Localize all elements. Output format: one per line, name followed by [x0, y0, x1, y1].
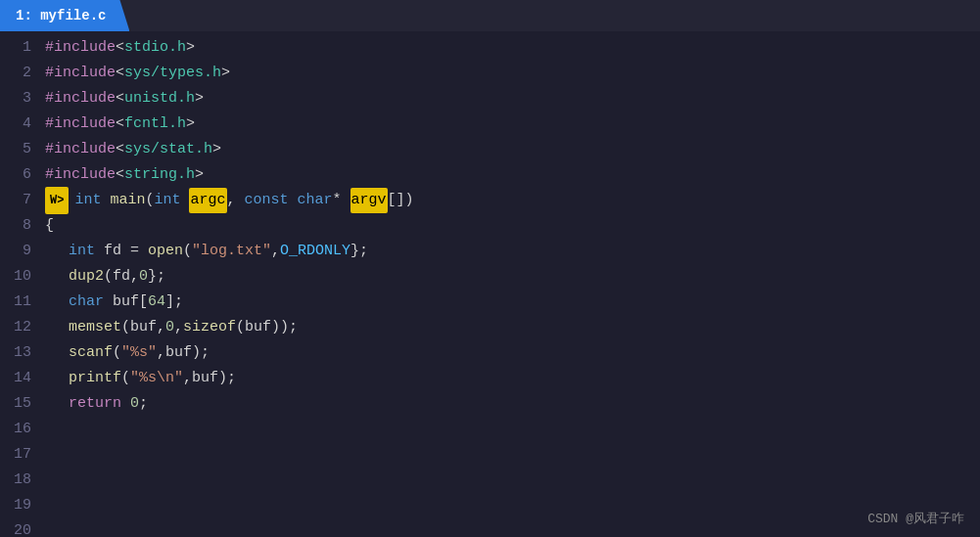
line-number: 20 [0, 518, 31, 537]
token: #include [45, 35, 116, 61]
line-number: 5 [0, 137, 31, 162]
token: ( [183, 239, 192, 264]
line-number: 15 [0, 391, 31, 417]
token: stdio.h [124, 35, 186, 61]
line-number: 19 [0, 493, 31, 518]
token: > [186, 112, 195, 137]
tab-filename: myfile.c [40, 8, 106, 23]
code-content: #include<stdio.h>#include<sys/types.h>#i… [41, 31, 980, 537]
code-line: #include<string.h> [45, 162, 980, 188]
token: #include [45, 86, 116, 112]
file-tab[interactable]: 1: myfile.c [0, 0, 129, 31]
token: string.h [124, 162, 195, 188]
token: < [116, 86, 124, 112]
token: dup2 [69, 264, 104, 290]
token: printf [69, 366, 121, 391]
line-number: 11 [0, 290, 31, 315]
token [121, 391, 130, 417]
line-number: 3 [0, 86, 31, 112]
token: ,buf); [183, 366, 236, 391]
token: < [116, 61, 124, 86]
code-line: memset(buf,0,sizeof(buf)); [45, 315, 980, 340]
code-area: 1234567891011121314151617181920 #include… [0, 31, 980, 537]
line-number: 13 [0, 340, 31, 366]
code-line: #include<unistd.h> [45, 86, 980, 112]
token: > [212, 137, 221, 162]
code-line: #include<sys/stat.h> [45, 137, 980, 162]
token: ( [121, 366, 130, 391]
token: > [186, 35, 195, 61]
token: > [195, 86, 204, 112]
code-line: dup2(fd,0}; [45, 264, 980, 290]
code-line [45, 442, 980, 468]
token: < [116, 162, 124, 188]
token: buf[ [104, 290, 148, 315]
tab-bar: 1: myfile.c [0, 0, 980, 31]
token: ; [139, 391, 148, 417]
token: sys/stat.h [124, 137, 212, 162]
token: 64 [148, 290, 165, 315]
code-line: printf("%s\n",buf); [45, 366, 980, 391]
token: > [195, 162, 204, 188]
token: return [69, 391, 121, 417]
line-number: 9 [0, 239, 31, 264]
code-line [45, 518, 980, 537]
token: open [148, 239, 183, 264]
token: }; [350, 239, 368, 264]
token: ]; [165, 290, 183, 315]
code-line: return 0; [45, 391, 980, 417]
token: ,buf); [157, 340, 210, 366]
token: 0 [165, 315, 174, 340]
code-line: W>int main(int argc, const char* argv[]) [45, 188, 980, 213]
token: fd = [95, 239, 148, 264]
token: , [174, 315, 183, 340]
line-numbers: 1234567891011121314151617181920 [0, 31, 41, 537]
breakpoint-marker: W> [45, 187, 69, 214]
line-number: 12 [0, 315, 31, 340]
code-line: #include<stdio.h> [45, 35, 980, 61]
line-number: 6 [0, 162, 31, 188]
token: < [116, 112, 124, 137]
token: #include [45, 61, 116, 86]
tab-number: 1: [16, 8, 32, 23]
token: O_RDONLY [280, 239, 350, 264]
token: { [45, 213, 54, 239]
token: scanf [69, 340, 113, 366]
token: (fd, [104, 264, 139, 290]
token: 0 [130, 391, 139, 417]
token: ( [113, 340, 121, 366]
token: "%s" [121, 340, 157, 366]
code-line: char buf[64]; [45, 290, 980, 315]
line-number: 10 [0, 264, 31, 290]
code-line: { [45, 213, 980, 239]
token: fcntl.h [124, 112, 186, 137]
line-number: 8 [0, 213, 31, 239]
code-line: #include<fcntl.h> [45, 112, 980, 137]
token: , [271, 239, 280, 264]
line-number: 7 [0, 188, 31, 213]
line-number: 14 [0, 366, 31, 391]
tab-label: 1: myfile.c [16, 8, 106, 23]
line-number: 1 [0, 35, 31, 61]
token: < [116, 137, 124, 162]
token: char [69, 290, 104, 315]
token: "log.txt" [192, 239, 271, 264]
token: int [69, 239, 95, 264]
token: sys/types.h [124, 61, 221, 86]
code-line [45, 493, 980, 518]
token: "%s\n" [130, 366, 183, 391]
token: (buf, [121, 315, 165, 340]
editor-container: 1: myfile.c 1234567891011121314151617181… [0, 0, 980, 537]
token: 0 [139, 264, 148, 290]
token: #include [45, 137, 116, 162]
code-line: #include<sys/types.h> [45, 61, 980, 86]
token: < [116, 35, 124, 61]
line-number: 2 [0, 61, 31, 86]
token: sizeof [183, 315, 236, 340]
token: (buf)); [236, 315, 298, 340]
code-line [45, 417, 980, 442]
line-number: 18 [0, 468, 31, 493]
token: > [221, 61, 230, 86]
token: memset [69, 315, 121, 340]
token: #include [45, 162, 116, 188]
